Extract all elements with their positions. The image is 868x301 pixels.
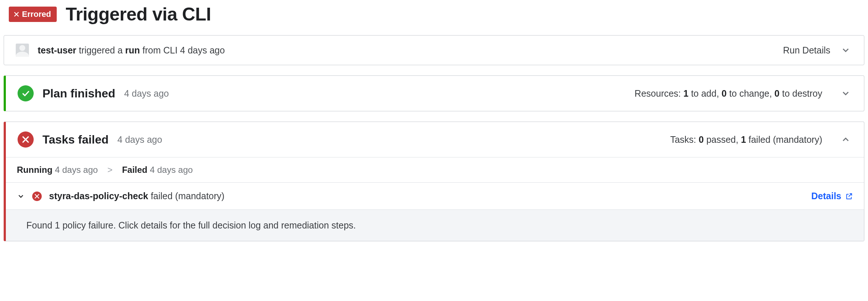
external-link-icon bbox=[845, 192, 853, 200]
resources-destroy-suffix: to destroy bbox=[782, 88, 822, 99]
chevron-down-icon[interactable] bbox=[841, 88, 851, 99]
tasks-failed-suffix: failed (mandatory) bbox=[749, 134, 822, 145]
stage-running-label: Running bbox=[17, 165, 52, 175]
chevron-up-icon[interactable] bbox=[841, 134, 851, 145]
plan-when: 4 days ago bbox=[124, 88, 169, 99]
trigger-text: test-user triggered a run from CLI 4 day… bbox=[38, 45, 774, 56]
run-details-label[interactable]: Run Details bbox=[783, 45, 830, 56]
trigger-when: 4 days ago bbox=[180, 45, 225, 55]
details-link[interactable]: Details bbox=[811, 191, 853, 201]
task-name: styra-das-policy-check failed (mandatory… bbox=[49, 191, 804, 201]
details-label: Details bbox=[811, 191, 841, 201]
tasks-row[interactable]: Tasks failed 4 days ago Tasks: 0 passed,… bbox=[6, 122, 864, 157]
tasks-passed-suffix: passed, bbox=[706, 134, 738, 145]
resources-prefix: Resources: bbox=[635, 88, 681, 99]
plan-row[interactable]: Plan finished 4 days ago Resources: 1 to… bbox=[6, 76, 864, 111]
task-item-row[interactable]: styra-das-policy-check failed (mandatory… bbox=[6, 182, 864, 209]
resources-add: 1 bbox=[684, 88, 689, 99]
run-header: Errored Triggered via CLI bbox=[4, 4, 864, 35]
task-message: Found 1 policy failure. Click details fo… bbox=[6, 209, 864, 241]
stage-failed: Failed 4 days ago bbox=[122, 165, 192, 175]
tasks-prefix: Tasks: bbox=[670, 134, 696, 145]
tasks-stages: Running 4 days ago > Failed 4 days ago bbox=[6, 157, 864, 182]
trigger-verb: triggered a bbox=[79, 45, 123, 55]
plan-card: Plan finished 4 days ago Resources: 1 to… bbox=[4, 75, 864, 111]
plan-resources: Resources: 1 to add, 0 to change, 0 to d… bbox=[635, 88, 822, 99]
stage-running-when: 4 days ago bbox=[55, 165, 98, 175]
trigger-object: run bbox=[125, 45, 140, 55]
resources-destroy: 0 bbox=[774, 88, 779, 99]
resources-add-suffix: to add, bbox=[691, 88, 719, 99]
caret-down-icon[interactable] bbox=[17, 192, 25, 200]
stage-failed-label: Failed bbox=[122, 165, 147, 175]
task-name-bold: styra-das-policy-check bbox=[49, 191, 148, 201]
x-circle-icon bbox=[32, 192, 42, 201]
trigger-row[interactable]: test-user triggered a run from CLI 4 day… bbox=[4, 36, 864, 65]
page-title: Triggered via CLI bbox=[66, 4, 211, 25]
tasks-summary: Tasks: 0 passed, 1 failed (mandatory) bbox=[670, 134, 822, 145]
plan-left: Plan finished 4 days ago bbox=[42, 87, 626, 100]
avatar bbox=[16, 44, 29, 57]
tasks-failed: 1 bbox=[741, 134, 746, 145]
x-circle-icon bbox=[18, 131, 34, 148]
plan-title: Plan finished bbox=[42, 87, 115, 100]
resources-change-suffix: to change, bbox=[729, 88, 772, 99]
chevron-down-icon[interactable] bbox=[841, 45, 851, 55]
stage-running: Running 4 days ago bbox=[17, 165, 98, 175]
trigger-user: test-user bbox=[38, 45, 76, 55]
trigger-source: from CLI bbox=[142, 45, 177, 55]
trigger-card: test-user triggered a run from CLI 4 day… bbox=[4, 35, 864, 65]
status-badge: Errored bbox=[9, 7, 57, 22]
error-x-icon bbox=[14, 12, 19, 17]
tasks-passed: 0 bbox=[699, 134, 704, 145]
stage-failed-when: 4 days ago bbox=[150, 165, 192, 175]
trigger-right: Run Details bbox=[783, 45, 851, 56]
chevron-right-icon: > bbox=[107, 165, 112, 175]
tasks-title: Tasks failed bbox=[42, 133, 109, 146]
tasks-when: 4 days ago bbox=[117, 134, 162, 145]
status-badge-label: Errored bbox=[22, 10, 51, 19]
tasks-card: Tasks failed 4 days ago Tasks: 0 passed,… bbox=[4, 122, 864, 241]
check-circle-icon bbox=[18, 85, 34, 101]
resources-change: 0 bbox=[722, 88, 727, 99]
task-status-text: failed (mandatory) bbox=[151, 191, 224, 201]
tasks-left: Tasks failed 4 days ago bbox=[42, 133, 661, 146]
